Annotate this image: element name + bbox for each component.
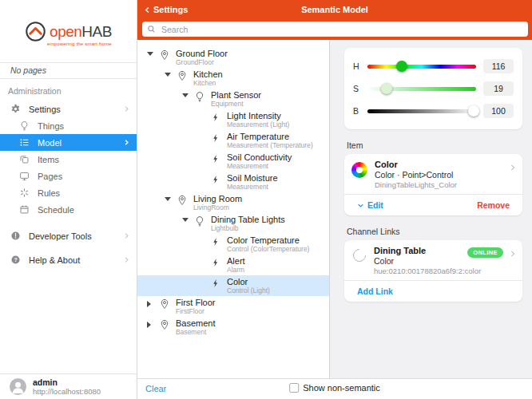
page-title: Semantic Model bbox=[137, 5, 532, 14]
expand-arrow-icon[interactable] bbox=[165, 73, 176, 77]
hsb-color-card: H 116 S 19 B 100 bbox=[344, 48, 522, 129]
sidebar-item-label: Schedule bbox=[38, 205, 74, 215]
sidebar-item-label: Developer Tools bbox=[29, 231, 92, 241]
tree-node-soil-moisture[interactable]: Soil MoistureMeasurement bbox=[137, 172, 329, 192]
hue-label: H bbox=[353, 61, 360, 71]
sidebar-item-label: Settings bbox=[29, 105, 61, 114]
tree-node-air-temperature[interactable]: Air TemperatureMeasurement (Temperature) bbox=[137, 130, 329, 151]
channel-uid: hue:0210:00178820a6f9:2:color bbox=[374, 267, 481, 275]
sparkle-icon bbox=[18, 187, 30, 199]
tree-node-living-room[interactable]: Living RoomLivingRoom bbox=[137, 192, 329, 213]
tree-node-soil-conductivity[interactable]: Soil ConductivityMeasurement bbox=[137, 151, 329, 172]
channel-links-section-label: Channel Links bbox=[347, 227, 522, 236]
clear-selection-button[interactable]: Clear bbox=[145, 384, 166, 393]
sidebar-item-things[interactable]: Things bbox=[0, 117, 137, 134]
search-icon bbox=[147, 25, 156, 34]
lightning-bolt-icon bbox=[209, 152, 221, 164]
calendar-icon bbox=[18, 203, 30, 215]
brightness-label: B bbox=[353, 106, 360, 116]
chevron-right-icon bbox=[123, 139, 130, 146]
server-url: http://localhost:8080 bbox=[33, 387, 101, 396]
channel-link-row[interactable]: Dining Table Color hue:0210:00178820a6f9… bbox=[344, 240, 522, 280]
avatar bbox=[10, 378, 26, 395]
chevron-right-icon bbox=[509, 164, 517, 172]
openhab-logo-icon bbox=[25, 21, 46, 42]
monitor-icon bbox=[18, 170, 30, 182]
saturation-slider[interactable] bbox=[367, 87, 476, 91]
tree-node-color-selected[interactable]: ColorControl (Light) bbox=[137, 275, 329, 296]
expand-arrow-icon[interactable] bbox=[147, 301, 158, 307]
item-card-row[interactable]: Color Color · Point>Control DiningTableL… bbox=[344, 154, 522, 194]
tree-node-color-temperature[interactable]: Color TemperatureControl (ColorTemperatu… bbox=[137, 234, 329, 255]
sidebar-item-help-about[interactable]: ? Help & About bbox=[0, 251, 137, 268]
lightning-bolt-icon bbox=[209, 132, 221, 144]
edit-item-button[interactable]: Edit bbox=[357, 200, 383, 210]
tree-node-basement[interactable]: BasementBasement bbox=[137, 317, 329, 338]
hue-slider-knob[interactable] bbox=[396, 61, 407, 72]
location-pin-icon bbox=[176, 69, 188, 81]
sidebar-item-items[interactable]: Items bbox=[0, 151, 137, 168]
tree-node-plant-sensor[interactable]: Plant SensorEquipment bbox=[137, 89, 329, 109]
openhab-semantic-model-page: openHAB empowering the smart home No pag… bbox=[0, 0, 532, 399]
administration-section-label: Administration bbox=[8, 86, 129, 96]
copy-icon bbox=[18, 153, 30, 165]
online-status-badge: ONLINE bbox=[467, 247, 503, 258]
chevron-down-icon bbox=[357, 202, 364, 209]
bottom-toolbar: Clear Show non-semantic bbox=[137, 378, 532, 399]
gear-icon bbox=[10, 103, 22, 115]
tree-node-kitchen[interactable]: KitchenKitchen bbox=[137, 68, 329, 89]
sidebar-item-label: Pages bbox=[38, 172, 62, 181]
inspector-panel: H 116 S 19 B 100 Item bbox=[330, 40, 532, 378]
saturation-slider-knob[interactable] bbox=[381, 83, 392, 94]
brightness-slider[interactable] bbox=[367, 109, 476, 113]
tree-node-ground-floor[interactable]: Ground FloorGroundFloor bbox=[137, 47, 329, 68]
color-wheel-icon bbox=[351, 162, 367, 178]
lightning-bolt-icon bbox=[209, 111, 221, 123]
sidebar-item-label: Items bbox=[38, 155, 59, 164]
sidebar-item-label: Help & About bbox=[29, 255, 80, 265]
channel-link-card: Dining Table Color hue:0210:00178820a6f9… bbox=[344, 240, 522, 302]
lightbulb-icon bbox=[18, 120, 30, 132]
show-non-semantic-checkbox[interactable] bbox=[289, 383, 299, 393]
expand-arrow-icon[interactable] bbox=[182, 93, 193, 97]
channel-placeholder-icon bbox=[351, 247, 369, 265]
expand-arrow-icon[interactable] bbox=[147, 52, 158, 56]
sidebar-item-settings[interactable]: Settings bbox=[0, 101, 137, 117]
tree-node-alert[interactable]: AlertAlarm bbox=[137, 255, 329, 275]
saturation-label: S bbox=[353, 84, 360, 93]
sidebar-item-rules[interactable]: Rules bbox=[0, 184, 137, 201]
item-card: Color Color · Point>Control DiningTableL… bbox=[344, 154, 522, 215]
sidebar-item-model[interactable]: Model bbox=[0, 134, 137, 151]
top-navbar: Settings Semantic Model bbox=[137, 0, 532, 40]
sidebar-item-label: Things bbox=[38, 121, 64, 131]
show-non-semantic-toggle[interactable]: Show non-semantic bbox=[289, 383, 380, 393]
hue-slider[interactable] bbox=[367, 65, 476, 69]
back-to-settings-button[interactable]: Settings bbox=[144, 5, 188, 14]
location-pin-icon bbox=[158, 298, 170, 310]
brightness-value-field[interactable]: 100 bbox=[483, 104, 514, 118]
developer-tools-icon bbox=[10, 230, 22, 242]
sidebar-item-label: Rules bbox=[38, 188, 60, 198]
expand-arrow-icon[interactable] bbox=[147, 322, 158, 328]
search-input[interactable] bbox=[160, 24, 523, 35]
search-bar[interactable] bbox=[142, 22, 528, 37]
lightning-bolt-icon bbox=[209, 256, 221, 268]
chevron-right-icon bbox=[123, 232, 130, 239]
tree-node-light-intensity[interactable]: Light IntensityMeasurement (Light) bbox=[137, 109, 329, 130]
saturation-value-field[interactable]: 19 bbox=[483, 81, 514, 96]
chevron-right-icon bbox=[123, 256, 130, 263]
expand-arrow-icon[interactable] bbox=[182, 218, 193, 222]
expand-arrow-icon[interactable] bbox=[165, 197, 176, 201]
sidebar-user-footer[interactable]: admin http://localhost:8080 bbox=[0, 373, 137, 399]
hue-value-field[interactable]: 116 bbox=[483, 59, 514, 73]
sidebar-item-developer-tools[interactable]: Developer Tools bbox=[0, 227, 137, 244]
tree-node-first-floor[interactable]: First FloorFirstFloor bbox=[137, 296, 329, 317]
brightness-slider-knob[interactable] bbox=[468, 105, 479, 117]
add-link-button[interactable]: Add Link bbox=[357, 286, 393, 296]
brightness-row: B 100 bbox=[353, 100, 514, 122]
tree-node-dining-table-lights[interactable]: Dining Table LightsLightbulb bbox=[137, 213, 329, 234]
location-pin-icon bbox=[176, 194, 188, 206]
sidebar-item-pages[interactable]: Pages bbox=[0, 168, 137, 184]
remove-item-button[interactable]: Remove bbox=[477, 200, 510, 210]
sidebar-item-schedule[interactable]: Schedule bbox=[0, 201, 137, 218]
